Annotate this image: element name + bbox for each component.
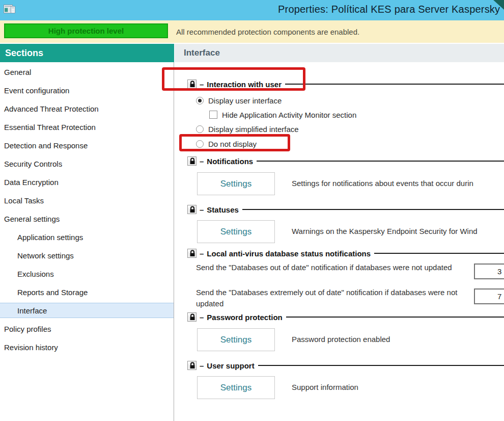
- radio-icon[interactable]: [196, 97, 204, 104]
- interface-settings-panel: – Interaction with user Display user int…: [175, 62, 504, 421]
- db-extremely-out-of-date-days-input[interactable]: 7: [474, 288, 504, 304]
- sidebar-item-security-controls[interactable]: Security Controls: [0, 156, 174, 171]
- radio-do-not-display[interactable]: Do not display: [196, 138, 257, 149]
- protection-banner-message: All recommended protection components ar…: [176, 20, 359, 43]
- sidebar-item-reports-and-storage[interactable]: Reports and Storage: [0, 284, 174, 300]
- window-title: Properties: Polítical KES para Server Ka…: [278, 4, 500, 15]
- collapse-toggle[interactable]: –: [200, 80, 204, 89]
- group-statuses: – Statuses: [187, 204, 504, 215]
- group-rule: [285, 84, 504, 85]
- sidebar-item-general[interactable]: General: [0, 64, 174, 80]
- lock-icon[interactable]: [187, 205, 197, 214]
- db-out-of-date-label: Send the "Databases out of date" notific…: [196, 262, 465, 273]
- sidebar-item-network-settings[interactable]: Network settings: [0, 248, 174, 263]
- db-out-of-date-days-input[interactable]: 3: [474, 264, 504, 279]
- group-rule: [242, 209, 504, 210]
- group-rule: [374, 253, 504, 254]
- radio-icon[interactable]: [196, 125, 204, 133]
- statuses-description: Warnings on the Kaspersky Endpoint Secur…: [292, 227, 478, 237]
- sidebar-item-application-settings[interactable]: Application settings: [0, 229, 174, 245]
- title-bar: Properties: Polítical KES para Server Ka…: [0, 0, 504, 20]
- collapse-toggle[interactable]: –: [200, 361, 204, 370]
- group-title: Local anti-virus database status notific…: [207, 249, 371, 258]
- sidebar-item-event-configuration[interactable]: Event configuration: [0, 83, 174, 98]
- sidebar-item-advanced-threat-protection[interactable]: Advanced Threat Protection: [0, 101, 174, 116]
- sidebar-item-local-tasks[interactable]: Local Tasks: [0, 193, 174, 208]
- protection-level-badge: High protection level: [4, 23, 168, 38]
- notifications-settings-button[interactable]: Settings: [197, 172, 275, 195]
- group-password-protection: – Password protection: [187, 311, 504, 323]
- page-title: Interface: [175, 44, 504, 62]
- group-title: Password protection: [207, 313, 282, 322]
- group-user-support: – User support: [187, 360, 504, 371]
- group-db-status-notifications: – Local anti-virus database status notif…: [187, 248, 504, 259]
- user-support-settings-button[interactable]: Settings: [197, 376, 275, 399]
- sidebar-item-interface[interactable]: Interface: [0, 303, 174, 318]
- password-protection-description: Password protection enabled: [292, 335, 390, 345]
- checkbox-icon[interactable]: [209, 111, 217, 119]
- sidebar-item-revision-history[interactable]: Revision history: [0, 339, 174, 355]
- group-title: Statuses: [207, 205, 239, 214]
- sidebar-item-exclusions[interactable]: Exclusions: [0, 266, 174, 281]
- lock-icon[interactable]: [187, 156, 197, 166]
- collapse-toggle[interactable]: –: [200, 249, 204, 258]
- collapse-toggle[interactable]: –: [200, 157, 204, 166]
- group-notifications: – Notifications: [187, 155, 504, 167]
- sidebar-item-detection-and-response[interactable]: Detection and Response: [0, 138, 174, 153]
- checkbox-hide-application-activity-monitor[interactable]: Hide Application Activity Monitor sectio…: [209, 109, 356, 120]
- db-extremely-out-of-date-label: Send the "Databases extremely out of dat…: [196, 287, 465, 309]
- sidebar-item-policy-profiles[interactable]: Policy profiles: [0, 321, 174, 336]
- window-icon: [4, 4, 15, 16]
- collapse-toggle[interactable]: –: [200, 205, 204, 214]
- sidebar-item-general-settings[interactable]: General settings: [0, 211, 174, 226]
- radio-display-simplified-interface[interactable]: Display simplified interface: [196, 123, 299, 135]
- group-rule: [286, 317, 504, 318]
- protection-banner: High protection level All recommended pr…: [0, 20, 504, 43]
- lock-icon[interactable]: [187, 80, 197, 89]
- lock-icon[interactable]: [187, 249, 197, 258]
- sidebar-header: Sections: [0, 44, 174, 62]
- password-protection-settings-button[interactable]: Settings: [197, 328, 275, 351]
- notifications-description: Settings for notifications about events …: [292, 179, 473, 189]
- lock-icon[interactable]: [187, 312, 197, 322]
- sidebar-item-essential-threat-protection[interactable]: Essential Threat Protection: [0, 119, 174, 135]
- group-title: Notifications: [207, 157, 253, 166]
- radio-icon[interactable]: [196, 140, 204, 148]
- group-interaction-with-user: – Interaction with user: [187, 78, 504, 90]
- statuses-settings-button[interactable]: Settings: [197, 220, 275, 243]
- group-title: User support: [207, 361, 254, 370]
- group-rule: [257, 161, 504, 162]
- user-support-description: Support information: [292, 383, 358, 393]
- group-title: Interaction with user: [207, 80, 282, 89]
- sections-sidebar: General Event configuration Advanced Thr…: [0, 62, 174, 421]
- lock-icon[interactable]: [187, 361, 197, 370]
- collapse-toggle[interactable]: –: [200, 313, 204, 322]
- radio-display-user-interface[interactable]: Display user interface: [196, 95, 282, 106]
- group-rule: [258, 365, 504, 366]
- corner-fold-decoration: [493, 0, 504, 10]
- sidebar-item-data-encryption[interactable]: Data Encryption: [0, 174, 174, 190]
